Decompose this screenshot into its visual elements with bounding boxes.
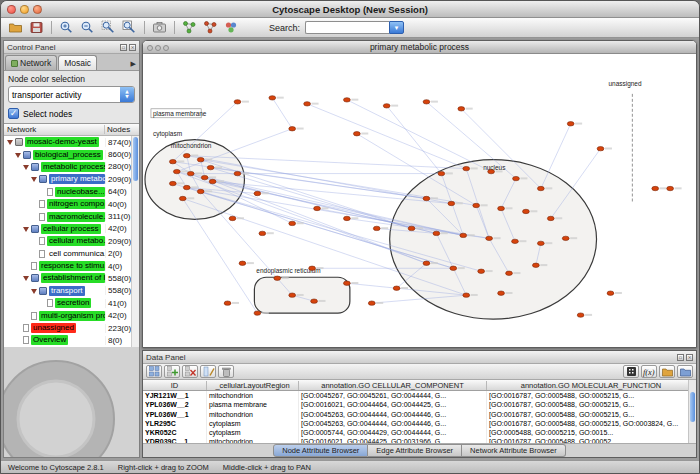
delete-attribute-button[interactable] xyxy=(182,365,198,378)
node[interactable] xyxy=(423,100,430,104)
node[interactable] xyxy=(652,186,659,190)
edge[interactable] xyxy=(307,104,466,169)
zoom-selected-button[interactable] xyxy=(99,19,118,37)
node[interactable] xyxy=(478,269,485,273)
vizmapper-button[interactable] xyxy=(222,19,241,37)
function-builder-button[interactable]: f(x) xyxy=(641,365,657,378)
close-window-button[interactable] xyxy=(7,5,16,14)
tree-row[interactable]: macromolecule...311(0) xyxy=(4,210,139,222)
node[interactable] xyxy=(607,291,614,295)
network-window-titlebar[interactable]: primary metabolic process xyxy=(143,41,696,54)
table-cell[interactable]: cytoplasm xyxy=(207,419,299,428)
table-scrollbar-thumb[interactable] xyxy=(690,392,695,422)
node[interactable] xyxy=(183,153,190,157)
table-cell[interactable]: mitochondrion xyxy=(207,391,299,400)
table-cell[interactable]: [GO:0016021, GO:0044425, GO:0031966, G..… xyxy=(299,437,487,443)
column-header-cellular-component[interactable]: annotation.GO CELLULAR_COMPONENT xyxy=(299,381,487,390)
node[interactable] xyxy=(513,176,520,180)
network-canvas-svg[interactable]: mitochondrionnucleusendoplasmic reticulu… xyxy=(143,54,696,347)
tree-row[interactable]: Overview8(0) xyxy=(4,334,139,346)
node[interactable] xyxy=(486,236,493,240)
table-cell[interactable]: plasma membrane xyxy=(207,400,299,409)
create-network-button[interactable] xyxy=(180,19,199,37)
tree-row[interactable]: nucleobase...64(0) xyxy=(4,186,139,198)
node[interactable] xyxy=(234,171,241,175)
node[interactable] xyxy=(344,216,351,220)
delete-table-button[interactable] xyxy=(218,365,234,378)
tree-row[interactable]: response to stimu...4(0) xyxy=(4,260,139,272)
node[interactable] xyxy=(269,96,276,100)
node[interactable] xyxy=(179,196,186,200)
table-cell[interactable]: [GO:0045263, GO:0044444, GO:0044446, G..… xyxy=(299,410,487,419)
node[interactable] xyxy=(169,181,176,185)
node[interactable] xyxy=(433,231,440,235)
expander-icon[interactable] xyxy=(22,274,30,282)
table-cell[interactable]: [GO:0016787, GO:0005488, GO:0005215, GO:… xyxy=(487,419,696,428)
tab-network-attribute-browser[interactable]: Network Attribute Browser xyxy=(462,444,566,457)
node[interactable] xyxy=(289,127,296,131)
node[interactable] xyxy=(567,122,574,126)
expander-icon[interactable] xyxy=(30,287,38,295)
node[interactable] xyxy=(173,169,180,173)
node[interactable] xyxy=(438,171,445,175)
node[interactable] xyxy=(274,276,281,280)
tree-column-network[interactable]: Network xyxy=(4,125,105,134)
node[interactable] xyxy=(259,231,266,235)
node[interactable] xyxy=(197,157,204,161)
tree-row[interactable]: unassigned223(0) xyxy=(4,322,139,334)
table-cell[interactable]: [GO:0045267, GO:0045261, GO:0044444, G..… xyxy=(299,391,487,400)
node[interactable] xyxy=(393,286,400,290)
table-row[interactable]: YPL036W__1mitochondrion[GO:0045263, GO:0… xyxy=(143,410,696,419)
table-cell[interactable]: [GO:0005744, GO:0044429, GO:0044444, G..… xyxy=(299,428,487,437)
zoom-fit-button[interactable] xyxy=(120,19,139,37)
node[interactable] xyxy=(463,293,470,297)
node[interactable] xyxy=(532,263,539,267)
edge[interactable] xyxy=(272,98,292,129)
save-session-button[interactable] xyxy=(27,19,46,37)
table-cell[interactable]: YLR295C xyxy=(143,419,207,428)
node[interactable] xyxy=(197,189,204,193)
node[interactable] xyxy=(344,98,351,102)
zoom-in-button[interactable] xyxy=(57,19,76,37)
node[interactable] xyxy=(458,107,465,111)
table-cell[interactable]: YPL036W__1 xyxy=(143,410,207,419)
node[interactable] xyxy=(254,311,261,315)
node[interactable] xyxy=(289,221,296,225)
node[interactable] xyxy=(207,165,214,169)
float-panel-button[interactable]: ▫ xyxy=(677,354,684,361)
select-nodes-checkbox[interactable]: ✓ xyxy=(8,108,19,119)
tree-row[interactable]: metabolic process280(0) xyxy=(4,161,139,173)
column-header-molecular-function[interactable]: annotation.GO MOLECULAR_FUNCTION xyxy=(487,381,696,390)
edge[interactable] xyxy=(347,100,491,172)
node[interactable] xyxy=(667,186,674,190)
table-row[interactable]: YKR052Ccytoplasm[GO:0005744, GO:0044429,… xyxy=(143,428,696,437)
table-cell[interactable]: [GO:0016787, GO:0005488, GO:00052... xyxy=(487,437,696,443)
table-row[interactable]: YJR121W__1mitochondrion[GO:0045267, GO:0… xyxy=(143,391,696,400)
tab-mosaic[interactable]: Mosaic xyxy=(58,55,97,70)
node[interactable] xyxy=(562,236,569,240)
table-cell[interactable]: YDR039C__1 xyxy=(143,437,207,443)
node[interactable] xyxy=(450,266,457,270)
tree-row[interactable]: establishment of lo...558(0) xyxy=(4,272,139,284)
column-header-id[interactable]: ID xyxy=(143,381,207,390)
expander-icon[interactable] xyxy=(22,225,30,233)
node[interactable] xyxy=(488,169,495,173)
table-cell[interactable]: mitochondrion xyxy=(207,410,299,419)
node[interactable] xyxy=(169,159,176,163)
create-attribute-button[interactable] xyxy=(164,365,180,378)
table-cell[interactable]: [GO:0016787, GO:0005488, GO:0005215, G..… xyxy=(487,400,696,409)
tree-row[interactable]: nitrogen compo...40(0) xyxy=(4,198,139,210)
node[interactable] xyxy=(423,196,430,200)
node[interactable] xyxy=(537,186,544,190)
close-panel-button[interactable]: × xyxy=(129,44,136,51)
tree-row[interactable]: biological_process860(0) xyxy=(4,148,139,160)
node[interactable] xyxy=(289,293,296,297)
node[interactable] xyxy=(304,102,311,106)
inner-minimize-button[interactable] xyxy=(155,45,161,51)
node[interactable] xyxy=(463,166,470,170)
search-dropdown-button[interactable]: ▾ xyxy=(389,21,404,34)
search-input[interactable] xyxy=(305,21,389,34)
node[interactable] xyxy=(187,171,194,175)
table-cell[interactable]: [GO:0016021, GO:0044464, GO:0044425, G..… xyxy=(299,400,487,409)
tree-row[interactable]: cellular metabo...209(0) xyxy=(4,235,139,247)
